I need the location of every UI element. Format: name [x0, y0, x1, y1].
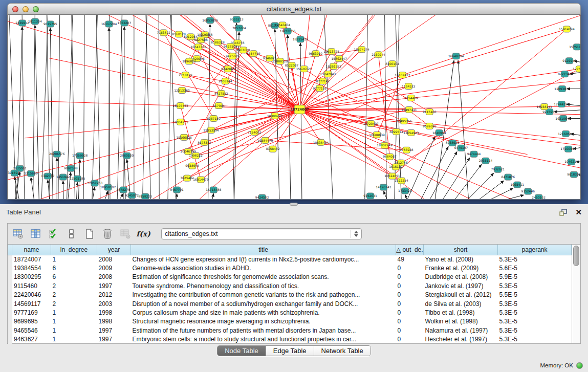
table-row[interactable]: 2242004622012Investigating the contribut…: [8, 291, 572, 299]
table-cell: 14569117: [12, 299, 51, 308]
network-canvas[interactable]: 2439912181130496197951611720416532871605…: [7, 15, 581, 200]
table-cell: 6: [51, 273, 97, 281]
column-header-in_degree[interactable]: in_degree: [51, 245, 97, 255]
network-graph-svg[interactable]: 2439912181130496197951611720416532871605…: [8, 15, 580, 199]
delete-table-icon[interactable]: [101, 228, 114, 240]
table-scrollbar[interactable]: [572, 245, 580, 343]
table-body: 1872400712008Changes of HCN gene express…: [8, 255, 572, 344]
graph-node-label: 16584479: [257, 139, 273, 142]
table-cell: 18724007: [12, 255, 51, 264]
column-visibility-icon[interactable]: [30, 228, 42, 240]
graph-node-label: 12543404: [275, 23, 291, 27]
column-header-year[interactable]: year: [97, 245, 131, 255]
graph-node-label: 10538454: [313, 141, 329, 144]
new-table-icon[interactable]: [83, 228, 96, 240]
table-cell: Tourette syndrome. Phenomenology and cla…: [131, 281, 396, 290]
window-title: citations_edges.txt: [8, 5, 580, 13]
graph-node-label: 9424502: [255, 195, 269, 199]
graph-node-label: 18325419: [293, 37, 309, 41]
table-cell: 0: [396, 264, 424, 272]
table-row[interactable]: 911546021997Tourette syndrome. Phenomeno…: [8, 281, 572, 290]
graph-node-label: 16107427: [395, 73, 410, 77]
graph-node-label: 9699695: [423, 124, 437, 128]
table-cell: de Silva et al. (2003): [424, 299, 498, 308]
graph-node-label: 9827509: [224, 45, 237, 48]
graph-node-label: 1451942: [56, 175, 70, 179]
graph-node-label: 9245072: [125, 193, 139, 197]
tab-edge-table[interactable]: Edge Table: [266, 346, 314, 356]
table-row[interactable]: 1938455462009Genome-wide association stu…: [8, 264, 572, 272]
graph-node-label: 16210643: [555, 117, 571, 120]
table-cell: 1: [51, 317, 97, 326]
table-cell: 18300295: [12, 273, 51, 281]
window-titlebar[interactable]: citations_edges.txt: [7, 3, 581, 15]
attribute-table: namein_degreeyeartitle△ out_de...shortpa…: [8, 244, 580, 343]
table-cell: 2008: [97, 273, 131, 281]
graph-node-label: 9457791: [170, 188, 184, 191]
row-gutter: [8, 264, 12, 272]
table-cell: 0: [396, 308, 424, 317]
table-panel: Table Panel ✕: [0, 204, 588, 372]
table-cell: Stergiakouli et al. (2012): [424, 291, 498, 299]
table-settings-icon[interactable]: [12, 228, 24, 240]
graph-node-label: 18300295: [267, 114, 283, 118]
graph-node-label: 8522037: [285, 63, 299, 67]
panel-drag-handle[interactable]: [290, 203, 298, 206]
tab-node-table[interactable]: Node Table: [217, 346, 266, 356]
table-cell: 5.3E-5: [498, 299, 572, 308]
graph-node-label: 1615132: [389, 165, 403, 168]
graph-node-label: 8100164: [385, 62, 399, 65]
table-cell: Investigating the contribution of common…: [131, 291, 396, 299]
network-window: citations_edges.txt 24399121811304961979…: [7, 3, 581, 200]
graph-node-label: 9756928: [400, 148, 413, 151]
graph-node-label: 10524851: [384, 174, 400, 178]
graph-node-label: 16117204: [101, 22, 117, 26]
table-row[interactable]: 977716911998Corpus callosum shape and si…: [8, 308, 572, 317]
graph-node-label: 15718485: [206, 188, 222, 191]
float-panel-icon[interactable]: [559, 208, 568, 216]
table-cell: 2: [51, 299, 97, 308]
column-header-short[interactable]: short: [424, 245, 498, 255]
function-builder-icon[interactable]: f(x): [137, 228, 149, 240]
column-header-title[interactable]: title: [131, 245, 396, 255]
table-cell: 2: [51, 291, 97, 299]
memory-indicator-icon[interactable]: [576, 362, 583, 369]
column-header-name[interactable]: name: [12, 245, 51, 255]
graph-node-label: 19054955: [172, 120, 188, 124]
graph-node-label: 7932621: [491, 167, 505, 171]
table-cell: Structural magnetic resonance image aver…: [131, 317, 396, 326]
table-row[interactable]: 946362711997Embryonic stem cells: a mode…: [8, 335, 572, 344]
table-row[interactable]: 969969511998Structural magnetic resonanc…: [8, 317, 572, 326]
scrollbar-thumb[interactable]: [573, 246, 579, 266]
close-panel-icon[interactable]: ✕: [575, 208, 582, 216]
table-cell: 9465546: [12, 326, 51, 335]
graph-node-label: 9215953: [542, 110, 556, 114]
table-cell: 6: [51, 264, 97, 272]
graph-node-label: 8267150: [207, 117, 221, 120]
table-row[interactable]: 1830029562008Estimation of significance …: [8, 273, 572, 281]
row-gutter: [8, 255, 12, 264]
panel-title: Table Panel: [6, 208, 41, 216]
status-bar: Memory: OK: [0, 359, 588, 372]
graph-node-label: 8186328: [211, 40, 225, 44]
graph-node-label: 13654923: [403, 131, 419, 135]
column-header-pagerank[interactable]: pagerank: [498, 245, 572, 255]
tab-network-table[interactable]: Network Table: [314, 346, 371, 356]
column-header-out_de[interactable]: △ out_de...: [396, 245, 424, 255]
table-cell: 2009: [97, 264, 131, 272]
graph-node-label: 7625402: [180, 176, 194, 180]
row-selection-icon[interactable]: [48, 228, 60, 240]
graph-node-label: 16914479: [193, 178, 209, 181]
table-select-dropdown[interactable]: citations_edges.txt: [161, 228, 362, 239]
graph-node-label: 9884067: [383, 155, 397, 158]
graph-node-label: 16261552: [326, 64, 342, 68]
table-row[interactable]: 1456911722003Disruption of a novel membe…: [8, 299, 572, 308]
toggle-rows-icon[interactable]: [66, 228, 78, 240]
table-cell: 9777169: [12, 308, 51, 317]
graph-node-label: 1046211: [564, 160, 578, 163]
row-gutter: [8, 335, 12, 344]
delete-table-disabled-icon: [119, 228, 132, 240]
table-row[interactable]: 1872400712008Changes of HCN gene express…: [8, 255, 572, 264]
table-cell: Jankovic et al. (1997): [424, 281, 498, 290]
table-row[interactable]: 946554611997Estimation of the future num…: [8, 326, 572, 335]
